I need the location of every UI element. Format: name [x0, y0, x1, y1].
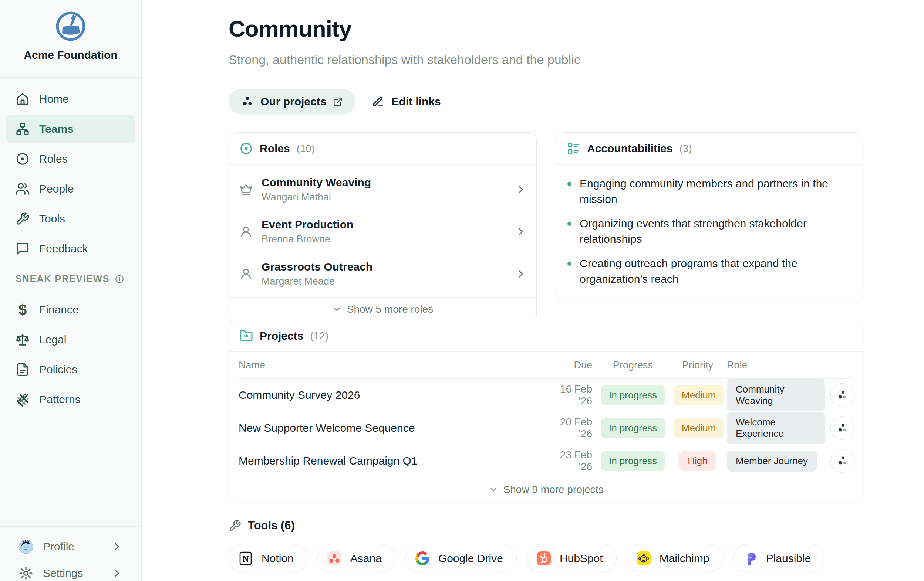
tool-chip-asana[interactable]: Asana	[317, 544, 395, 573]
asana-logo	[326, 550, 343, 567]
external-link-icon	[333, 97, 343, 107]
roles-list: Community Weaving Wangari Mathai Event P…	[229, 165, 536, 297]
sidebar-item-teams[interactable]: Teams	[6, 115, 135, 143]
row-menu-button[interactable]	[830, 383, 854, 407]
speech-bubble-icon	[15, 242, 30, 256]
tool-label: Google Drive	[438, 552, 503, 565]
sidebar-item-feedback[interactable]: Feedback	[6, 235, 135, 263]
project-due: 20 Feb '26	[548, 416, 592, 440]
row-menu-button[interactable]	[830, 449, 854, 473]
chevron-right-icon	[515, 226, 526, 237]
table-row[interactable]: New Supporter Welcome Sequence 20 Feb '2…	[239, 412, 853, 444]
org-chart-icon	[15, 122, 30, 136]
sidebar-nav: Home Teams Roles People Tools Feedback	[6, 85, 135, 265]
tool-chip-google-drive[interactable]: Google Drive	[406, 544, 517, 573]
tool-chip-mailchimp[interactable]: Mailchimp	[627, 544, 723, 573]
notion-logo: N	[237, 550, 254, 567]
team-dots-icon	[836, 422, 848, 434]
team-dots-icon	[241, 95, 254, 108]
roles-card-count: (10)	[297, 143, 315, 155]
show-more-roles-label: Show 5 more roles	[347, 303, 433, 315]
sidebar-item-label: Patterns	[39, 393, 81, 406]
role-chip[interactable]: Member Journey	[727, 451, 817, 472]
our-projects-button[interactable]: Our projects	[229, 89, 355, 115]
role-chip[interactable]: Community Weaving	[727, 379, 825, 411]
tool-chip-notion[interactable]: N Notion	[229, 544, 307, 573]
chevron-down-icon	[332, 304, 342, 314]
projects-table-header: Name Due Progress Priority Role	[229, 352, 863, 379]
projects-card: Projects (12) Name Due Progress Priority…	[229, 320, 863, 502]
sidebar-item-patterns[interactable]: Patterns	[6, 385, 135, 413]
sneak-previews-label: SNEAK PREVIEWS	[15, 273, 124, 284]
sidebar-item-profile[interactable]: Profile	[0, 533, 141, 560]
column-header-name: Name	[239, 360, 548, 371]
sidebar-item-home[interactable]: Home	[6, 85, 135, 113]
role-name: Event Production	[262, 219, 506, 231]
status-badge: In progress	[601, 418, 665, 438]
crown-icon	[239, 183, 252, 196]
tool-chip-plausible[interactable]: Plausible	[733, 544, 825, 573]
sidebar-item-settings[interactable]: Settings	[0, 560, 141, 581]
folder-icon	[239, 329, 253, 342]
role-row[interactable]: Grassroots Outreach Margaret Meade	[239, 253, 526, 295]
show-more-projects-label: Show 9 more projects	[503, 484, 604, 495]
footer-divider	[0, 526, 141, 527]
svg-text:N: N	[242, 554, 249, 564]
sidebar-item-label: Tools	[39, 212, 65, 225]
project-name: New Supporter Welcome Sequence	[239, 422, 548, 434]
page-title: Community	[229, 15, 351, 42]
sidebar-item-label: People	[39, 183, 74, 195]
app: Acme Foundation Home Teams Roles People	[0, 0, 924, 581]
person-icon	[239, 225, 252, 239]
show-more-projects-button[interactable]: Show 9 more projects	[229, 477, 863, 502]
accountability-text: Engaging community members and partners …	[580, 176, 850, 207]
role-row[interactable]: Event Production Brenna Browne	[239, 211, 526, 253]
show-more-roles-button[interactable]: Show 5 more roles	[229, 297, 536, 321]
info-icon[interactable]	[115, 274, 124, 284]
bullet-icon	[568, 222, 571, 226]
role-name: Community Weaving	[262, 176, 506, 189]
edit-links-button[interactable]: Edit links	[372, 95, 441, 108]
list-icon	[567, 142, 580, 155]
sidebar-item-label: Legal	[39, 333, 66, 346]
hubspot-logo	[535, 550, 552, 567]
tools-title: Tools (6)	[248, 519, 295, 532]
accountability-item: Creating outreach programs that expand t…	[568, 256, 850, 287]
sidebar-item-legal[interactable]: Legal	[6, 326, 135, 354]
sidebar-item-label: Settings	[43, 567, 101, 579]
role-texts: Event Production Brenna Browne	[262, 219, 506, 245]
tool-chip-hubspot[interactable]: HubSpot	[527, 544, 617, 573]
role-chip[interactable]: Welcome Experience	[727, 412, 825, 444]
sidebar-item-finance[interactable]: $ Finance	[6, 296, 135, 324]
projects-card-count: (12)	[310, 330, 328, 342]
person-icon	[239, 267, 252, 280]
sidebar-footer: Profile Settings	[0, 526, 141, 581]
accountabilities-card-count: (3)	[680, 143, 692, 155]
priority-badge: High	[680, 451, 715, 471]
home-icon	[15, 92, 30, 106]
sidebar-item-label: Feedback	[39, 242, 88, 255]
org-header: Acme Foundation	[0, 0, 141, 61]
chevron-right-icon	[515, 268, 526, 280]
sidebar-item-people[interactable]: People	[6, 175, 135, 203]
projects-card-header: Projects (12)	[229, 320, 863, 352]
mailchimp-logo	[635, 550, 652, 567]
document-icon	[15, 362, 30, 377]
table-row[interactable]: Community Survey 2026 16 Feb '26 In prog…	[239, 379, 853, 412]
sidebar-item-tools[interactable]: Tools	[6, 205, 135, 233]
org-name: Acme Foundation	[0, 49, 141, 61]
table-row[interactable]: Membership Renewal Campaign Q1 23 Feb '2…	[239, 444, 853, 477]
status-badge: In progress	[601, 385, 665, 405]
accountability-item: Organizing events that strengthen stakeh…	[568, 216, 850, 247]
sidebar-item-roles[interactable]: Roles	[6, 145, 135, 173]
row-menu-button[interactable]	[830, 416, 854, 440]
tool-label: Notion	[262, 552, 294, 565]
sidebar-divider	[0, 77, 141, 77]
role-row[interactable]: Community Weaving Wangari Mathai	[239, 168, 526, 211]
circle-dot-icon	[15, 152, 30, 166]
priority-badge: Medium	[673, 418, 724, 438]
tool-label: Asana	[350, 552, 382, 565]
sidebar-item-policies[interactable]: Policies	[6, 356, 135, 383]
chevron-down-icon	[488, 485, 498, 494]
column-header-priority: Priority	[673, 360, 722, 371]
